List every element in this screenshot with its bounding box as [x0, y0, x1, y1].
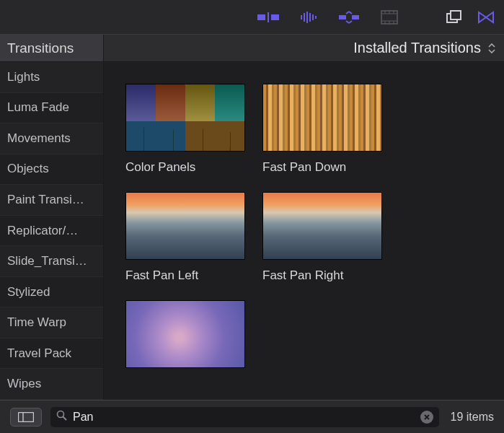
sidebar-item-label: Stylized [7, 285, 50, 299]
search-field[interactable] [50, 407, 439, 427]
svg-line-13 [346, 21, 349, 23]
svg-rect-1 [271, 14, 279, 20]
transition-tile[interactable]: Color Panels [125, 84, 245, 175]
clear-search-button[interactable] [420, 411, 433, 424]
sidebar-item-label: Travel Pack [7, 346, 71, 361]
audio-meter-icon[interactable] [298, 9, 319, 26]
sidebar-item-lights[interactable]: Lights [0, 62, 103, 93]
svg-rect-3 [301, 15, 302, 19]
sidebar-item-objects[interactable]: Objects [0, 154, 103, 185]
search-icon [56, 410, 67, 424]
thumbnail [262, 192, 382, 260]
browser-footer: 19 items [0, 400, 504, 433]
transition-tile[interactable]: Fast Pan Left [125, 192, 245, 283]
svg-rect-6 [309, 13, 311, 22]
thumbnail [125, 192, 245, 260]
sidebar-item-movements[interactable]: Movements [0, 123, 103, 154]
transition-tile[interactable] [125, 300, 245, 377]
svg-rect-5 [306, 12, 308, 23]
sidebar-item-luma-fade[interactable]: Luma Fade [0, 93, 103, 124]
tile-label: Fast Pan Down [262, 160, 382, 175]
layout-toggle-button[interactable] [10, 408, 42, 427]
svg-line-29 [63, 417, 67, 421]
transition-tile[interactable]: Fast Pan Down [262, 84, 382, 175]
sidebar-item-label: Wipes [7, 377, 41, 391]
svg-line-12 [349, 12, 352, 14]
transition-crossfade-icon[interactable] [257, 9, 279, 26]
sidebar-item-paint-transitions[interactable]: Paint Transi… [0, 185, 103, 216]
transition-tile[interactable]: Fast Pan Right [262, 192, 382, 283]
category-sidebar: Lights Luma Fade Movements Objects Paint… [0, 62, 104, 400]
sidebar-item-stylized[interactable]: Stylized [0, 277, 103, 308]
toolbar-center-group [257, 9, 400, 26]
filmstrip-icon[interactable] [379, 9, 400, 26]
thumbnail [262, 84, 382, 152]
transition-split-icon[interactable] [338, 9, 360, 26]
sidebar-item-label: Lights [7, 70, 40, 84]
panel-title: Transitions [0, 35, 104, 61]
toolbar-right-group [443, 9, 497, 26]
sidebar-item-label: Time Warp [7, 315, 66, 330]
sidebar-item-slide-transitions[interactable]: Slide_Transi… [0, 246, 103, 277]
svg-rect-25 [451, 11, 461, 19]
svg-line-11 [346, 12, 349, 14]
top-toolbar [0, 0, 504, 35]
sidebar-item-replicator[interactable]: Replicator/… [0, 216, 103, 247]
svg-rect-2 [268, 12, 269, 22]
tile-label: Fast Pan Left [125, 268, 245, 283]
thumbnail [125, 300, 245, 368]
svg-rect-9 [339, 15, 346, 19]
sidebar-item-wipes[interactable]: Wipes [0, 369, 103, 400]
windows-icon[interactable] [443, 9, 465, 26]
item-count-label: 19 items [448, 411, 494, 424]
bowtie-icon[interactable] [475, 9, 497, 26]
library-dropdown-label: Installed Transitions [353, 40, 481, 56]
browser-header: Transitions Installed Transitions [0, 35, 504, 62]
svg-rect-26 [19, 412, 34, 421]
svg-rect-0 [257, 14, 265, 20]
chevron-updown-icon [488, 43, 495, 53]
sidebar-item-label: Luma Fade [7, 100, 69, 115]
sidebar-item-label: Replicator/… [7, 224, 78, 238]
sidebar-item-label: Slide_Transi… [7, 254, 87, 268]
search-input[interactable] [73, 411, 415, 424]
svg-rect-10 [352, 15, 359, 19]
svg-rect-4 [304, 13, 305, 22]
tile-label: Fast Pan Right [262, 268, 382, 283]
sidebar-item-travel-pack[interactable]: Travel Pack [0, 338, 103, 369]
svg-rect-7 [312, 14, 314, 20]
sidebar-item-label: Paint Transi… [7, 193, 84, 207]
svg-rect-8 [315, 16, 317, 19]
tile-label: Color Panels [125, 160, 245, 175]
svg-line-14 [349, 21, 352, 23]
sidebar-item-label: Movements [7, 131, 71, 146]
sidebar-item-time-warp[interactable]: Time Warp [0, 307, 103, 338]
transition-gallery: Color Panels Fast Pan Down Fast Pan Left… [104, 62, 504, 400]
thumbnail [125, 84, 245, 152]
sidebar-item-label: Objects [7, 162, 49, 176]
svg-point-28 [58, 411, 64, 418]
library-dropdown[interactable]: Installed Transitions [104, 35, 504, 61]
